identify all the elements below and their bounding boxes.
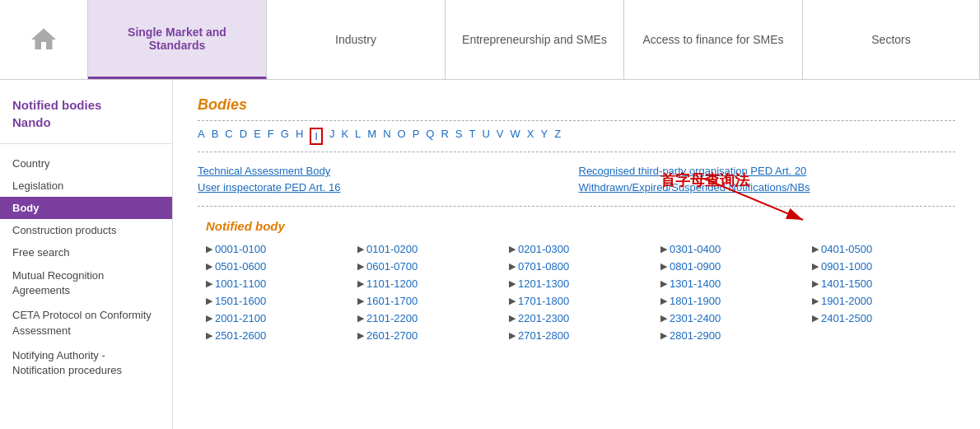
alpha-link-c[interactable]: C: [225, 128, 232, 145]
sidebar-item-mutual-recognition[interactable]: Mutual Recognition Agreements: [0, 263, 172, 303]
home-button[interactable]: [0, 0, 88, 79]
bullet-icon: ▶: [206, 278, 212, 289]
number-range-link[interactable]: 1801-1900: [670, 295, 721, 307]
number-range-link[interactable]: 2301-2400: [670, 312, 721, 324]
number-range-item: ▶0501-0600: [206, 260, 349, 273]
alpha-link-z[interactable]: Z: [554, 128, 561, 145]
bullet-icon: ▶: [812, 313, 819, 324]
number-range-link[interactable]: 0001-0100: [215, 243, 266, 255]
alpha-link-i[interactable]: I: [310, 128, 323, 145]
tab-industry[interactable]: Industry: [267, 0, 446, 79]
number-range-item: ▶0401-0500: [812, 243, 955, 255]
alpha-link-l[interactable]: L: [355, 128, 361, 145]
tab-entrepreneurship[interactable]: Entrepreneurship and SMEs: [446, 0, 624, 79]
number-range-link[interactable]: 0601-0700: [366, 260, 418, 273]
alpha-link-u[interactable]: U: [482, 128, 489, 145]
sidebar-item-free-search[interactable]: Free search: [0, 241, 172, 263]
bullet-icon: ▶: [509, 313, 516, 324]
alpha-link-n[interactable]: N: [383, 128, 390, 145]
number-range-link[interactable]: 2001-2100: [215, 312, 266, 324]
body-type-link-2[interactable]: User inspectorate PED Art. 16: [198, 181, 575, 194]
number-range-link[interactable]: 1201-1300: [518, 277, 569, 290]
sidebar-section-title: Notified bodies Nando: [0, 92, 172, 135]
number-range-link[interactable]: 2801-2900: [670, 329, 721, 342]
alpha-link-t[interactable]: T: [469, 128, 476, 145]
number-range-item: ▶2401-2500: [812, 312, 955, 324]
tab-single-market[interactable]: Single Market and Standards: [88, 0, 267, 79]
number-range-link[interactable]: 0101-0200: [366, 243, 418, 255]
number-range-link[interactable]: 0201-0300: [518, 243, 569, 255]
number-range-item: ▶1001-1100: [206, 277, 349, 290]
bullet-icon: ▶: [357, 278, 364, 289]
number-range-link[interactable]: 0301-0400: [670, 243, 721, 255]
bullet-icon: ▶: [206, 261, 212, 272]
bullet-icon: ▶: [206, 313, 212, 324]
sidebar-item-body[interactable]: Body: [0, 197, 172, 219]
svg-line-1: [704, 179, 803, 220]
sidebar-divider: [0, 143, 172, 144]
number-range-link[interactable]: 0401-0500: [821, 243, 872, 255]
tab-sectors[interactable]: Sectors: [803, 0, 980, 79]
sidebar-item-construction-products[interactable]: Construction products: [0, 219, 172, 241]
number-range-item: ▶0601-0700: [357, 260, 501, 273]
number-range-link[interactable]: 1301-1400: [670, 277, 721, 290]
sidebar-item-country[interactable]: Country: [0, 152, 172, 175]
sidebar-item-ceta-protocol[interactable]: CETA Protocol on Conformity Assessment: [0, 303, 172, 343]
number-range-link[interactable]: 2701-2800: [518, 329, 569, 342]
number-range-link[interactable]: 1101-1200: [366, 277, 418, 290]
number-range-link[interactable]: 2201-2300: [518, 312, 569, 324]
number-range-link[interactable]: 0701-0800: [518, 260, 569, 273]
number-range-item: ▶0801-0900: [660, 260, 804, 273]
alpha-link-e[interactable]: E: [254, 128, 261, 145]
number-range-item: ▶0701-0800: [509, 260, 652, 273]
alpha-link-o[interactable]: O: [398, 128, 406, 145]
number-range-link[interactable]: 1001-1100: [215, 277, 266, 290]
sidebar-item-notifying-authority[interactable]: Notifying Authority - Notification proce…: [0, 343, 172, 383]
alpha-link-p[interactable]: P: [413, 128, 420, 145]
number-range-link[interactable]: 1401-1500: [821, 277, 872, 290]
alpha-link-s[interactable]: S: [455, 128, 463, 145]
alpha-link-h[interactable]: H: [296, 128, 303, 145]
alpha-link-j[interactable]: J: [329, 128, 335, 145]
sidebar: Notified bodies Nando Country Legislatio…: [0, 80, 173, 429]
number-range-link[interactable]: 2601-2700: [366, 329, 418, 342]
alpha-link-q[interactable]: Q: [426, 128, 434, 145]
body-type-link-0[interactable]: Technical Assessment Body: [198, 165, 575, 177]
alpha-link-w[interactable]: W: [511, 128, 520, 145]
sidebar-item-legislation[interactable]: Legislation: [0, 175, 172, 197]
number-range-link[interactable]: 0901-1000: [821, 260, 872, 273]
alpha-link-f[interactable]: F: [268, 128, 274, 145]
number-range-item: ▶2101-2200: [357, 312, 501, 324]
number-range-link[interactable]: 1601-1700: [366, 295, 418, 307]
bullet-icon: ▶: [357, 296, 364, 306]
alpha-link-g[interactable]: G: [281, 128, 289, 145]
number-range-item: ▶1701-1800: [509, 295, 652, 307]
number-range-link[interactable]: 1701-1800: [518, 295, 569, 307]
alpha-link-x[interactable]: X: [527, 128, 534, 145]
alpha-link-a[interactable]: A: [198, 128, 205, 145]
alpha-link-r[interactable]: R: [441, 128, 448, 145]
alpha-link-m[interactable]: M: [367, 128, 376, 145]
number-range-link[interactable]: 2101-2200: [366, 312, 418, 324]
tab-access-finance[interactable]: Access to finance for SMEs: [624, 0, 803, 79]
alpha-link-y[interactable]: Y: [540, 128, 548, 145]
number-range-item: ▶1201-1300: [509, 277, 652, 290]
bullet-icon: ▶: [509, 261, 516, 272]
alpha-link-b[interactable]: B: [212, 128, 219, 145]
main-layout: Notified bodies Nando Country Legislatio…: [0, 80, 980, 429]
bullet-icon: ▶: [812, 261, 819, 272]
number-range-link[interactable]: 1501-1600: [215, 295, 266, 307]
number-range-item: ▶0101-0200: [357, 243, 501, 255]
alpha-link-k[interactable]: K: [341, 128, 348, 145]
bullet-icon: ▶: [660, 244, 667, 254]
bullet-icon: ▶: [660, 330, 667, 341]
bullet-icon: ▶: [206, 330, 212, 341]
number-range-link[interactable]: 1901-2000: [821, 295, 872, 307]
alpha-link-d[interactable]: D: [240, 128, 247, 145]
bullet-icon: ▶: [660, 261, 667, 272]
number-range-link[interactable]: 0801-0900: [670, 260, 721, 273]
number-range-link[interactable]: 2501-2600: [215, 329, 266, 342]
alpha-link-v[interactable]: V: [497, 128, 504, 145]
number-range-link[interactable]: 0501-0600: [215, 260, 266, 273]
number-range-link[interactable]: 2401-2500: [821, 312, 872, 324]
